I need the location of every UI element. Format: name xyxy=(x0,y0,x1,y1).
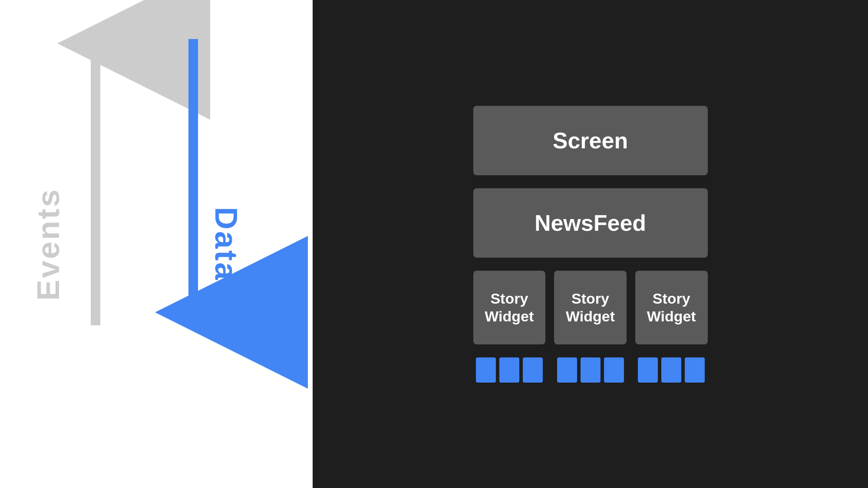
blue-dot xyxy=(557,357,577,383)
blue-dot xyxy=(604,357,624,383)
blue-dots-row xyxy=(473,357,708,383)
newsfeed-box: NewsFeed xyxy=(473,188,708,258)
left-panel: Events Data xyxy=(0,0,313,488)
blue-dot xyxy=(638,357,658,383)
blue-dots-group-3 xyxy=(635,357,708,383)
blue-dot xyxy=(476,357,496,383)
story-widgets-row: StoryWidget StoryWidget StoryWidget xyxy=(473,271,708,344)
blue-dots-group-1 xyxy=(473,357,546,383)
right-panel: Screen NewsFeed StoryWidget StoryWidget … xyxy=(313,0,868,488)
story-widget-3: StoryWidget xyxy=(635,271,708,344)
screen-label: Screen xyxy=(553,128,628,154)
blue-dot xyxy=(581,357,601,383)
data-label: Data xyxy=(208,206,244,281)
newsfeed-label: NewsFeed xyxy=(535,210,646,236)
events-label: Events xyxy=(30,187,66,300)
blue-dot xyxy=(685,357,705,383)
screen-box: Screen xyxy=(473,106,708,175)
blue-dot xyxy=(523,357,543,383)
story-widget-1: StoryWidget xyxy=(473,271,546,344)
blue-dots-group-2 xyxy=(554,357,627,383)
story-widget-2: StoryWidget xyxy=(554,271,627,344)
blue-dot xyxy=(499,357,519,383)
blue-dot xyxy=(661,357,681,383)
